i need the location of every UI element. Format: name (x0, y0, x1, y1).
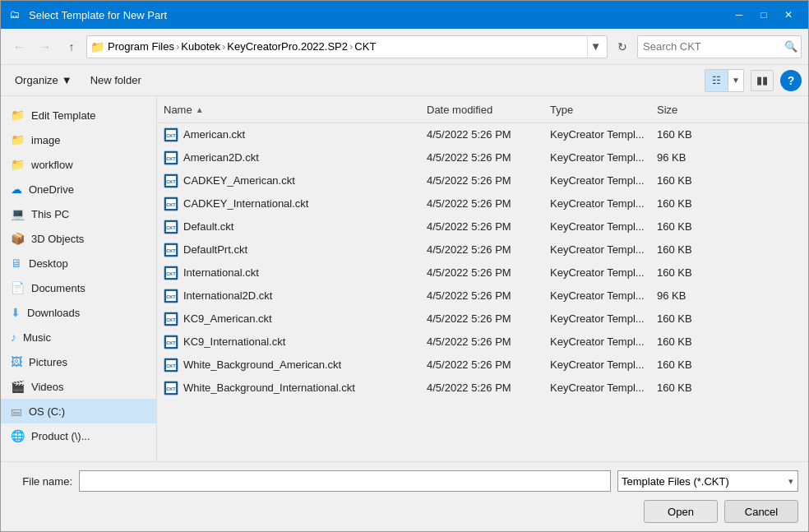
col-header-name[interactable]: Name ▲ (157, 99, 420, 119)
file-type-icon: CKT (164, 335, 178, 349)
help-button[interactable]: ? (780, 70, 802, 91)
table-row[interactable]: CKT International2D.ckt 4/5/2022 5:26 PM… (157, 285, 808, 308)
new-folder-button[interactable]: New folder (83, 69, 149, 92)
breadcrumb-item-4[interactable]: CKT (354, 40, 376, 53)
file-name-text: International2D.ckt (183, 289, 272, 302)
sidebar-item-os-c[interactable]: 🖴OS (C:) (1, 399, 156, 423)
file-type-cell: KeyCreator Templ... (543, 242, 650, 257)
address-dropdown-button[interactable]: ▼ (587, 36, 603, 58)
col-header-type[interactable]: Type (543, 99, 650, 119)
table-row[interactable]: CKT White_Background_American.ckt 4/5/20… (157, 354, 808, 377)
file-name-cell: CKT DefaultPrt.ckt (157, 241, 420, 259)
cancel-button[interactable]: Cancel (724, 500, 798, 523)
sidebar-item-pictures[interactable]: 🖼Pictures (1, 349, 156, 374)
sidebar-label-edit-template: Edit Template (31, 109, 96, 122)
up-button[interactable]: ↑ (60, 35, 83, 58)
breadcrumb-sep-1: › (176, 40, 179, 53)
organize-button[interactable]: Organize ▼ (7, 69, 80, 92)
file-size-cell: 160 KB (650, 173, 716, 188)
sidebar-item-desktop[interactable]: 🖥Desktop (1, 251, 156, 275)
sidebar-item-3d-objects[interactable]: 📦3D Objects (1, 226, 156, 251)
file-list[interactable]: CKT American.ckt 4/5/2022 5:26 PM KeyCre… (157, 123, 808, 461)
sidebar-item-workflow[interactable]: 📁workflow (1, 152, 156, 177)
open-button[interactable]: Open (644, 500, 718, 523)
svg-text:CKT: CKT (166, 248, 176, 253)
table-row[interactable]: CKT American2D.ckt 4/5/2022 5:26 PM KeyC… (157, 146, 808, 169)
breadcrumb-item-1[interactable]: Program Files (108, 40, 174, 53)
file-date-cell: 4/5/2022 5:26 PM (420, 150, 543, 165)
sidebar-item-onedrive[interactable]: ☁OneDrive (1, 177, 156, 201)
file-name-text: KC9_International.ckt (183, 335, 285, 348)
table-row[interactable]: CKT KC9_International.ckt 4/5/2022 5:26 … (157, 331, 808, 354)
col-header-size[interactable]: Size (650, 99, 716, 119)
sidebar-item-documents[interactable]: 📄Documents (1, 275, 156, 300)
file-type-icon: CKT (164, 173, 178, 188)
table-row[interactable]: CKT CADKEY_International.ckt 4/5/2022 5:… (157, 192, 808, 215)
sort-arrow-icon: ▲ (196, 105, 204, 114)
file-type-cell: KeyCreator Templ... (543, 288, 650, 303)
breadcrumb-sep-2: › (222, 40, 225, 53)
sidebar-item-videos[interactable]: 🎬Videos (1, 374, 156, 399)
address-field[interactable]: 📁 Program Files › Kubotek › KeyCreatorPr… (86, 35, 608, 58)
table-row[interactable]: CKT White_Background_International.ckt 4… (157, 377, 808, 400)
breadcrumb: Program Files › Kubotek › KeyCreatorPro.… (108, 40, 587, 53)
file-date-cell: 4/5/2022 5:26 PM (420, 265, 543, 280)
preview-pane-button[interactable]: ▮▮ (751, 70, 774, 91)
breadcrumb-item-2[interactable]: Kubotek (181, 40, 220, 53)
file-name-cell: CKT International.ckt (157, 264, 420, 282)
back-button[interactable]: ← (7, 35, 30, 58)
table-row[interactable]: CKT International.ckt 4/5/2022 5:26 PM K… (157, 261, 808, 285)
view-dropdown-button[interactable]: ▼ (728, 70, 743, 91)
sidebar-label-image: image (31, 134, 60, 146)
sidebar-label-onedrive: OneDrive (29, 183, 74, 196)
sidebar-item-edit-template[interactable]: 📁Edit Template (1, 103, 156, 127)
file-area: Name ▲ Date modified Type Size CK (157, 96, 808, 461)
sidebar-item-image[interactable]: 📁image (1, 127, 156, 152)
breadcrumb-item-3[interactable]: KeyCreatorPro.2022.SP2 (227, 40, 348, 53)
refresh-button[interactable]: ↻ (611, 35, 634, 58)
file-name-cell: CKT American.ckt (157, 126, 420, 144)
col-header-date[interactable]: Date modified (420, 99, 543, 119)
table-row[interactable]: CKT CADKEY_American.ckt 4/5/2022 5:26 PM… (157, 169, 808, 192)
minimize-button[interactable]: ─ (728, 6, 751, 24)
forward-button[interactable]: → (34, 35, 57, 58)
sidebar-label-workflow: workflow (31, 159, 73, 171)
file-date-cell: 4/5/2022 5:26 PM (420, 288, 543, 303)
svg-text:CKT: CKT (166, 386, 176, 391)
svg-text:CKT: CKT (166, 271, 176, 276)
sidebar-label-music: Music (23, 331, 51, 344)
sidebar-item-thispc[interactable]: 💻This PC (1, 201, 156, 226)
file-name-cell: CKT KC9_International.ckt (157, 333, 420, 351)
file-type-icon: CKT (164, 381, 178, 396)
sidebar-icon-os-c: 🖴 (11, 405, 22, 418)
table-row[interactable]: CKT American.ckt 4/5/2022 5:26 PM KeyCre… (157, 123, 808, 146)
file-name-input[interactable] (79, 470, 611, 492)
sidebar-icon-edit-template: 📁 (11, 109, 25, 122)
sidebar-icon-image: 📁 (11, 133, 25, 146)
file-type-icon: CKT (164, 312, 178, 326)
breadcrumb-sep-3: › (349, 40, 353, 53)
file-type-cell: KeyCreator Templ... (543, 357, 650, 372)
search-input[interactable] (643, 40, 781, 53)
file-size-cell: 160 KB (650, 357, 716, 372)
sidebar-icon-desktop: 🖥 (11, 257, 22, 270)
table-row[interactable]: CKT KC9_American.ckt 4/5/2022 5:26 PM Ke… (157, 308, 808, 331)
svg-text:CKT: CKT (166, 156, 176, 161)
sidebar-item-product[interactable]: 🌐Product (\)... (1, 423, 156, 448)
maximize-button[interactable]: □ (752, 6, 775, 24)
sidebar-item-music[interactable]: ♪Music (1, 325, 156, 349)
sidebar-icon-workflow: 📁 (11, 158, 25, 171)
close-button[interactable]: ✕ (777, 6, 800, 24)
search-box[interactable]: 🔍 (637, 35, 802, 58)
table-row[interactable]: CKT Default.ckt 4/5/2022 5:26 PM KeyCrea… (157, 215, 808, 238)
file-type-select[interactable]: Template Files (*.CKT) (617, 470, 798, 492)
file-date-cell: 4/5/2022 5:26 PM (420, 196, 543, 211)
sidebar-label-product: Product (\)... (31, 430, 90, 442)
list-view-button[interactable]: ☷ (705, 70, 728, 91)
file-type-icon: CKT (164, 358, 178, 372)
sidebar-item-downloads[interactable]: ⬇Downloads (1, 300, 156, 325)
sidebar-label-videos: Videos (31, 381, 64, 393)
sidebar-icon-product: 🌐 (11, 429, 25, 442)
table-row[interactable]: CKT DefaultPrt.ckt 4/5/2022 5:26 PM KeyC… (157, 238, 808, 261)
file-name-cell: CKT KC9_American.ckt (157, 310, 420, 328)
